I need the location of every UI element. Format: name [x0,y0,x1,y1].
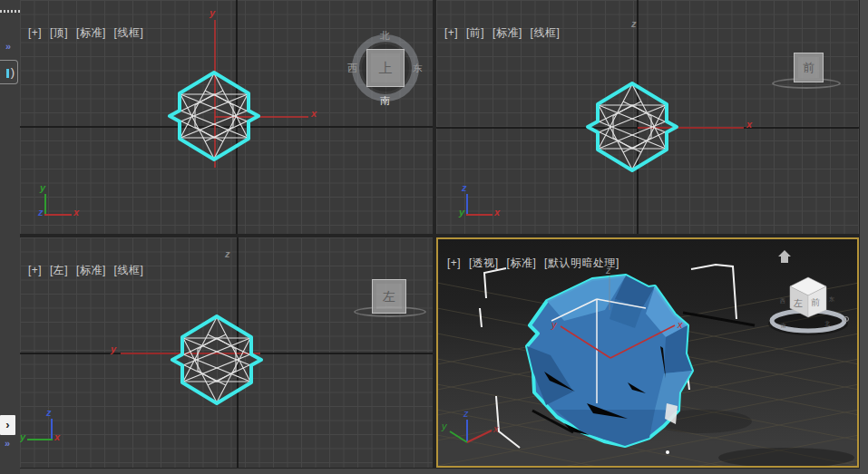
menu-standard[interactable]: [标准] [507,256,537,269]
tripod-y-axis [27,439,53,440]
tripod-y-label: y [459,207,464,218]
viewport-menu: [+] [顶] [标准] [线框] [28,25,148,41]
tripod-y-label: y [441,421,448,431]
tripod-x-label: x [54,431,60,442]
home-icon[interactable] [778,250,791,263]
menu-pov[interactable]: [前] [466,26,484,39]
selected-object-wireframe[interactable] [588,83,677,170]
compass-north-small: 北 [824,320,830,327]
expand-chevron-bottom[interactable]: » [5,438,9,449]
compass-north[interactable]: 北 [380,29,390,43]
menu-pov[interactable]: [左] [50,264,68,276]
fragment-glyph [6,69,9,78]
viewport-perspective-active[interactable]: x y z 左 前 西 东 南 北 [436,237,859,468]
menu-general[interactable]: [+] [444,26,458,39]
menu-standard[interactable]: [标准] [76,264,106,276]
gizmo-y-label: y [210,7,215,18]
viewport-left[interactable]: z y [+] [左] [标准] [线框] 左 z y x [20,237,433,468]
tripod-x-axis [466,214,493,216]
gizmo-y-label: y [111,343,116,354]
menu-shading[interactable]: [默认明暗处理] [544,256,619,269]
tripod-y-label: y [40,182,45,193]
menu-shading[interactable]: [线框] [531,26,561,39]
tripod-z-label: z [46,407,52,418]
viewcube-face-front[interactable]: 前 [794,53,824,82]
gizmo-x-label: x [746,119,752,130]
menu-general[interactable]: [+] [28,264,42,276]
tripod-z-label: z [463,408,469,419]
ground-shadow [718,448,854,468]
gizmo-x-label: x [311,108,317,119]
menu-general[interactable]: [+] [447,256,461,269]
compass-south[interactable]: 南 [380,94,390,108]
expand-panel-button[interactable]: › [0,415,15,435]
max-viewport-screen: » ) › » y x [+] [顶] [标准] [线框] 上 北 南 西 东 [0,0,868,474]
menu-pov[interactable]: [透视] [469,256,499,269]
right-panel-strip[interactable] [860,0,868,474]
tripod-x-label: x [494,207,500,218]
tripod-y-axis [44,194,46,216]
menu-standard[interactable]: [标准] [76,26,106,39]
viewport-menu: [+] [左] [标准] [线框] [28,263,148,278]
menu-standard[interactable]: [标准] [493,26,522,39]
tripod-z-axis [51,419,53,440]
viewport-front[interactable]: z x [+] [前] [标准] [线框] 前 z x y [436,0,859,234]
compass-east-small: 东 [829,295,834,302]
left-panel-strip: » ) › » [0,0,20,474]
compass-south-small: 南 [781,323,786,328]
tripod-x-label: x [73,207,79,218]
selected-object-wireframe[interactable] [170,73,258,160]
viewport-menu: [+] [前] [标准] [线框] [444,25,564,41]
compass-west-small: 西 [780,298,785,305]
viewcube-face-top[interactable]: 上 [366,49,405,87]
tripod-z-label: z [38,207,44,218]
tripod-z-axis [466,194,468,216]
gizmo-x-label: x [677,319,683,330]
world-z-label: z [225,248,230,259]
selected-object-wireframe[interactable] [172,316,261,403]
menu-shading[interactable]: [线框] [114,26,144,39]
tripod-x-axis [44,214,72,216]
tripod-x-label: x [493,423,499,434]
menu-shading[interactable]: [线框] [114,264,144,276]
viewcube-3d[interactable]: 左 前 西 东 南 北 [768,250,849,335]
expand-chevron-top[interactable]: » [5,41,10,52]
viewcube-face-left[interactable]: 左 [372,279,406,314]
status-band [20,469,860,474]
menu-general[interactable]: [+] [28,26,42,39]
panel-grip[interactable] [0,10,20,13]
world-z-label: z [631,18,637,29]
viewcube-face-front-label[interactable]: 前 [811,297,820,307]
compass-west[interactable]: 西 [347,62,357,75]
viewport-top[interactable]: y x [+] [顶] [标准] [线框] 上 北 南 西 东 y x z [20,0,433,234]
clipped-panel-fragment: ) [0,60,18,84]
tripod-z-label: z [462,182,467,193]
tripod-y-label: y [20,431,25,442]
menu-pov[interactable]: [顶] [50,26,68,39]
compass-east[interactable]: 东 [413,62,423,75]
viewcube-face-left-label[interactable]: 左 [794,298,803,308]
viewport-menu: [+] [透视] [标准] [默认明暗处理] [447,256,624,271]
